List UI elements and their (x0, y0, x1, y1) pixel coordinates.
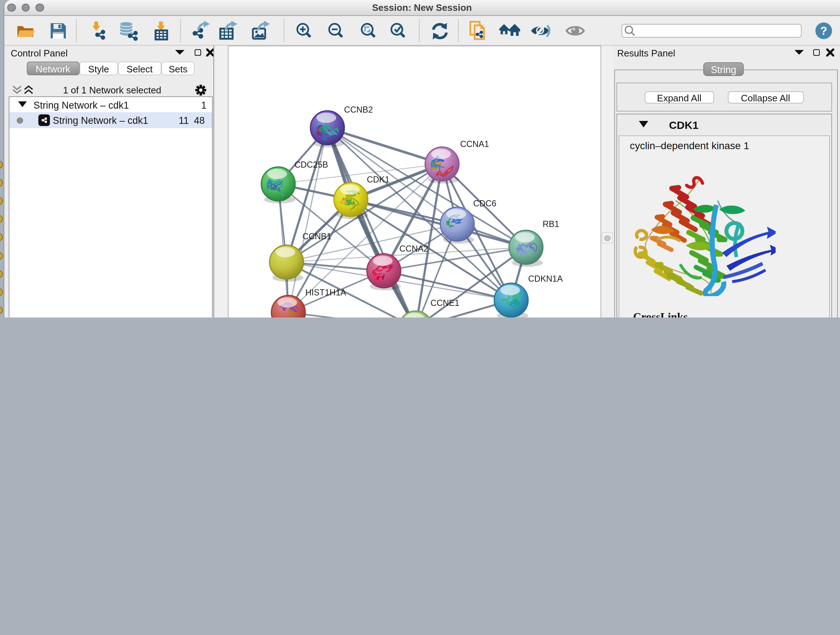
svg-text:RB1: RB1 (543, 219, 559, 229)
svg-text:CDK1: CDK1 (367, 175, 390, 184)
svg-text:CDC6: CDC6 (473, 199, 496, 208)
svg-text:CCNA2: CCNA2 (399, 244, 428, 253)
svg-text:CDC25B: CDC25B (294, 160, 328, 169)
svg-text:CCNB2: CCNB2 (344, 105, 373, 114)
svg-text:?: ? (820, 24, 827, 37)
svg-text:CCNA1: CCNA1 (460, 139, 489, 149)
svg-text:CCNE1: CCNE1 (431, 298, 459, 308)
svg-text:CDKN1A: CDKN1A (528, 274, 563, 283)
svg-text:CCNB1: CCNB1 (302, 232, 332, 241)
svg-text:HIST1H1A: HIST1H1A (305, 288, 346, 297)
